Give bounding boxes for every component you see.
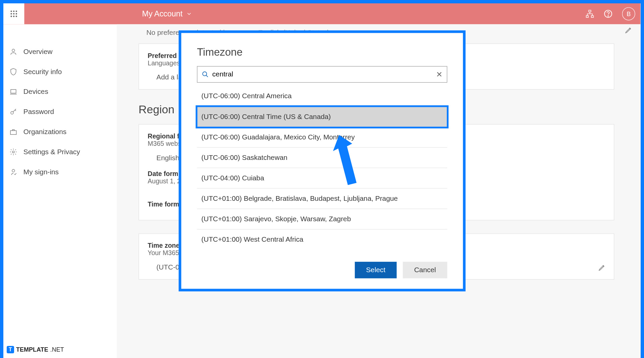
- svg-rect-15: [11, 90, 16, 93]
- shield-icon: [9, 68, 17, 75]
- search-icon: [202, 71, 209, 78]
- timezone-option[interactable]: (UTC-06:00) Guadalajara, Mexico City, Mo…: [197, 127, 447, 147]
- edit-icon[interactable]: [625, 26, 633, 34]
- timezone-option[interactable]: (UTC+01:00) Sarajevo, Skopje, Warsaw, Za…: [197, 209, 447, 230]
- sidebar-item-settings[interactable]: Settings & Privacy: [3, 142, 117, 162]
- sitemap-icon[interactable]: [586, 9, 594, 18]
- sidebar-item-password[interactable]: Password: [3, 102, 117, 122]
- timezone-option[interactable]: (UTC+01:00) West Central Africa: [197, 230, 447, 250]
- chevron-down-icon: [186, 11, 192, 17]
- timezone-option[interactable]: (UTC-06:00) Central America: [197, 86, 447, 107]
- svg-rect-11: [591, 16, 594, 17]
- svg-point-8: [16, 16, 17, 17]
- timezone-list: (UTC-06:00) Central America (UTC-06:00) …: [197, 86, 447, 250]
- avatar[interactable]: B: [622, 7, 635, 20]
- svg-point-2: [16, 10, 17, 12]
- timezone-option-selected[interactable]: (UTC-06:00) Central Time (US & Canada): [197, 107, 447, 127]
- svg-point-4: [13, 13, 14, 14]
- select-button[interactable]: Select: [355, 262, 396, 278]
- svg-point-7: [13, 16, 14, 17]
- timezone-dialog: Timezone ✕ (UTC-06:00) Central America (…: [179, 31, 466, 292]
- svg-rect-17: [10, 131, 16, 135]
- sidebar-item-devices[interactable]: Devices: [3, 82, 117, 102]
- svg-point-18: [12, 151, 14, 153]
- sidebar-item-signins[interactable]: My sign-ins: [3, 162, 117, 182]
- sidebar: Overview Security info Devices Password …: [3, 24, 117, 358]
- svg-point-19: [12, 169, 15, 172]
- cancel-button[interactable]: Cancel: [403, 262, 447, 278]
- timezone-option[interactable]: (UTC+01:00) Belgrade, Bratislava, Budape…: [197, 189, 447, 209]
- svg-point-13: [608, 16, 608, 16]
- timezone-option[interactable]: (UTC-06:00) Saskatchewan: [197, 147, 447, 168]
- svg-point-20: [203, 72, 207, 76]
- svg-point-14: [12, 49, 15, 52]
- briefcase-icon: [9, 128, 17, 136]
- svg-point-3: [10, 13, 12, 14]
- dialog-title: Timezone: [197, 46, 447, 58]
- person-icon: [9, 48, 17, 56]
- sidebar-item-overview[interactable]: Overview: [3, 42, 117, 62]
- signin-icon: [9, 168, 17, 176]
- svg-point-0: [10, 10, 12, 12]
- svg-point-5: [16, 13, 17, 14]
- sidebar-item-organizations[interactable]: Organizations: [3, 122, 117, 142]
- sidebar-item-security[interactable]: Security info: [3, 62, 117, 82]
- gear-icon: [9, 148, 17, 156]
- top-bar: My Account B: [3, 3, 640, 24]
- watermark-icon: T: [7, 346, 14, 353]
- svg-rect-9: [589, 10, 591, 12]
- watermark: T TEMPLATE.NET: [7, 346, 64, 353]
- app-launcher-icon[interactable]: [3, 3, 24, 24]
- clear-search-icon[interactable]: ✕: [436, 70, 443, 79]
- key-icon: [9, 108, 17, 116]
- breadcrumb[interactable]: My Account: [142, 9, 192, 18]
- help-icon[interactable]: [604, 9, 612, 18]
- timezone-option[interactable]: (UTC-04:00) Cuiaba: [197, 168, 447, 188]
- svg-point-1: [13, 10, 14, 12]
- edit-icon[interactable]: [598, 263, 606, 271]
- svg-point-16: [11, 112, 13, 114]
- search-box[interactable]: ✕: [197, 66, 447, 82]
- svg-rect-10: [586, 16, 589, 17]
- search-input[interactable]: [209, 70, 436, 78]
- svg-point-6: [10, 16, 12, 17]
- page-title: My Account: [142, 9, 182, 18]
- laptop-icon: [9, 88, 17, 96]
